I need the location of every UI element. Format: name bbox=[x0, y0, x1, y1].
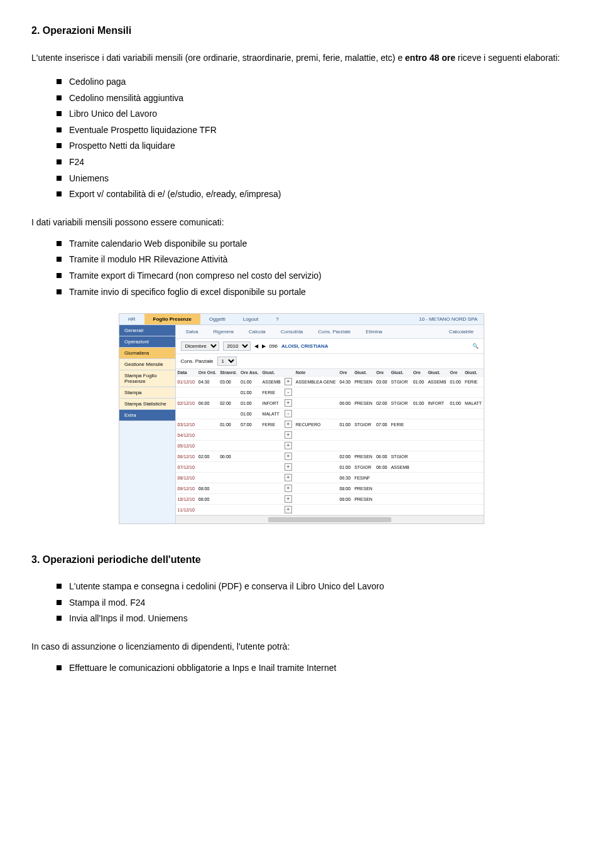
calcolabile-button[interactable]: Calcolabile bbox=[444, 328, 479, 336]
cell[interactable]: + bbox=[283, 494, 294, 505]
cell bbox=[448, 473, 463, 483]
plus-icon[interactable]: + bbox=[285, 506, 292, 513]
cell-date[interactable]: 05/12/10 bbox=[176, 441, 197, 451]
cell bbox=[448, 430, 463, 441]
tab-hr[interactable]: HR bbox=[119, 314, 144, 324]
cell-date[interactable]: 02/12/10 bbox=[176, 398, 197, 409]
table-row[interactable]: 04/12/10+ bbox=[176, 430, 484, 441]
plus-icon[interactable]: + bbox=[285, 453, 292, 460]
help-icon[interactable]: ? bbox=[267, 314, 287, 324]
cell bbox=[389, 409, 411, 419]
search-icon[interactable]: 🔍 bbox=[472, 343, 479, 349]
cell: 02:00 bbox=[197, 451, 218, 462]
cell: INFORT bbox=[426, 398, 448, 409]
sidebar-item-gestione-mensile[interactable]: Gestione Mensile bbox=[119, 359, 175, 370]
cell[interactable]: - bbox=[283, 409, 294, 419]
year-select[interactable]: 2010 bbox=[223, 341, 251, 351]
cell-date[interactable]: 07/12/10 bbox=[176, 462, 197, 473]
plus-icon[interactable]: + bbox=[285, 399, 292, 407]
plus-icon[interactable]: + bbox=[285, 474, 292, 481]
plus-icon[interactable]: + bbox=[285, 442, 292, 449]
cell bbox=[294, 451, 338, 462]
minus-icon[interactable]: - bbox=[285, 410, 292, 417]
horizontal-scrollbar[interactable] bbox=[176, 515, 484, 523]
col-ore-2: Ore bbox=[374, 369, 389, 377]
cell-date[interactable] bbox=[176, 409, 197, 419]
cell: ASSEMBLEA GENE bbox=[294, 377, 338, 387]
rigenera-button[interactable]: Rigenera bbox=[209, 328, 239, 336]
table-row[interactable]: 10/12/1008:00+08:00PRESEN bbox=[176, 494, 484, 505]
plus-icon[interactable]: + bbox=[285, 495, 292, 503]
table-row[interactable]: 01:00MALATT- bbox=[176, 409, 484, 419]
cell[interactable]: + bbox=[283, 441, 294, 451]
cell[interactable]: + bbox=[283, 430, 294, 441]
cell-date[interactable] bbox=[176, 387, 197, 398]
cell[interactable]: + bbox=[283, 377, 294, 387]
plus-icon[interactable]: + bbox=[285, 378, 292, 385]
plus-icon[interactable]: + bbox=[285, 431, 292, 439]
table-row[interactable]: 09/12/1008:00+08:00PRESEN bbox=[176, 483, 484, 494]
sidebar-item-stampa-foglio[interactable]: Stampa Foglio Presenze bbox=[119, 370, 175, 387]
cell bbox=[448, 483, 463, 494]
table-row[interactable]: 03/12/1001:0007:00FERIE+RECUPERO01:00STG… bbox=[176, 419, 484, 430]
sidebar-item-operazioni[interactable]: Operazioni bbox=[119, 336, 175, 348]
cell-date[interactable]: 06/12/10 bbox=[176, 451, 197, 462]
sidebar-item-extra[interactable]: Extra bbox=[119, 410, 175, 421]
cell-date[interactable]: 09/12/10 bbox=[176, 483, 197, 494]
table-row[interactable]: 01/12/1004:3003:0001:00ASSEMB+ASSEMBLEA … bbox=[176, 377, 484, 387]
cell bbox=[197, 441, 218, 451]
tab-oggetti[interactable]: Oggetti bbox=[200, 314, 234, 324]
cell[interactable]: + bbox=[283, 462, 294, 473]
scrollbar-thumb[interactable] bbox=[268, 517, 391, 522]
cell[interactable]: + bbox=[283, 419, 294, 430]
cell bbox=[411, 451, 426, 462]
cell: 06:00 bbox=[197, 398, 218, 409]
sidebar-item-generali[interactable]: Generali bbox=[119, 325, 175, 336]
plus-icon[interactable]: + bbox=[285, 485, 292, 492]
cell[interactable]: + bbox=[283, 505, 294, 515]
table-row[interactable]: 08/12/10+06:30FESINF bbox=[176, 473, 484, 483]
tab-foglio-presenze[interactable]: Foglio Presenze bbox=[144, 314, 200, 324]
cell-date[interactable]: 03/12/10 bbox=[176, 419, 197, 430]
list-item: Cedolino mensilità aggiuntiva bbox=[57, 92, 572, 105]
salva-button[interactable]: Salva bbox=[181, 328, 204, 336]
table-row[interactable]: 01:00FERIE- bbox=[176, 387, 484, 398]
cell-date[interactable]: 11/12/10 bbox=[176, 505, 197, 515]
cell bbox=[389, 505, 411, 515]
month-select[interactable]: Dicembre bbox=[181, 341, 219, 351]
cell-date[interactable]: 10/12/10 bbox=[176, 494, 197, 505]
cell: PRESEN bbox=[352, 398, 374, 409]
cell[interactable]: + bbox=[283, 473, 294, 483]
sidebar-item-giornaliera[interactable]: Giornaliera bbox=[119, 348, 175, 359]
cell-date[interactable]: 01/12/10 bbox=[176, 377, 197, 387]
cell-date[interactable]: 08/12/10 bbox=[176, 473, 197, 483]
sidebar-item-stampa-statistiche[interactable]: Stampa Statistiche bbox=[119, 399, 175, 410]
cell bbox=[463, 430, 484, 441]
table-row[interactable]: 06/12/1002:0006:00+02:00PRESEN06:00STGIO… bbox=[176, 451, 484, 462]
table-row[interactable]: 05/12/10+ bbox=[176, 441, 484, 451]
cell[interactable]: + bbox=[283, 483, 294, 494]
plus-icon[interactable]: + bbox=[285, 463, 292, 471]
cell bbox=[374, 494, 389, 505]
cell[interactable]: + bbox=[283, 451, 294, 462]
table-row[interactable]: 11/12/10+ bbox=[176, 505, 484, 515]
cell-date[interactable]: 04/12/10 bbox=[176, 430, 197, 441]
cell[interactable]: + bbox=[283, 398, 294, 409]
sidebar-item-stampa[interactable]: Stampa bbox=[119, 387, 175, 399]
consolida-button[interactable]: Consolida bbox=[276, 328, 308, 336]
minus-icon[interactable]: - bbox=[285, 388, 292, 396]
plus-icon[interactable]: + bbox=[285, 421, 292, 428]
cell bbox=[463, 483, 484, 494]
cons-parziale-button[interactable]: Cons. Parziale bbox=[313, 328, 356, 336]
cell[interactable]: - bbox=[283, 387, 294, 398]
cons-parziale-select[interactable]: 1 bbox=[217, 356, 237, 366]
nav-prev-icon[interactable]: ◀ bbox=[254, 343, 258, 349]
cell bbox=[352, 409, 374, 419]
calcola-button[interactable]: Calcola bbox=[244, 328, 271, 336]
nav-next-icon[interactable]: ▶ bbox=[262, 343, 266, 349]
table-row[interactable]: 07/12/10+01:00STGIOR06:00ASSEMB bbox=[176, 462, 484, 473]
tab-logout[interactable]: Logout bbox=[234, 314, 267, 324]
elimina-button[interactable]: Elimina bbox=[361, 328, 387, 336]
table-row[interactable]: 02/12/1006:0002:0001:00INFORT+06:00PRESE… bbox=[176, 398, 484, 409]
cell: 07:00 bbox=[239, 419, 261, 430]
